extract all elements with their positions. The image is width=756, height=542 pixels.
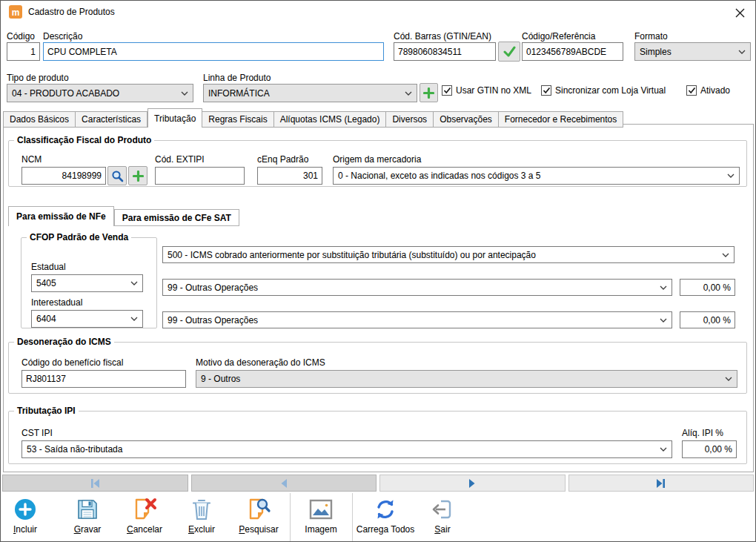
next-record-button[interactable]	[379, 475, 566, 492]
close-icon	[735, 8, 745, 18]
chevron-down-icon	[130, 281, 138, 285]
tab-regras-fiscais[interactable]: Regras Fiscais	[202, 111, 273, 128]
imagem-button[interactable]: Imagem	[299, 495, 343, 535]
tab-dados-basicos[interactable]: Dados Básicos	[3, 111, 76, 128]
cancel-document-icon	[132, 498, 157, 521]
tab-emissao-nfe[interactable]: Para emissão de NFe	[8, 206, 114, 226]
gravar-button[interactable]: Gravar	[64, 495, 110, 535]
cadastro-produtos-window: m Cadastro de Produtos Código Descrição …	[0, 0, 756, 542]
chevron-down-icon	[725, 377, 732, 381]
cancelar-label-key: C	[127, 524, 133, 535]
usar-gtin-checkbox[interactable]: Usar GTIN no XML	[442, 85, 531, 96]
linha-produto-label: Linha de Produto	[203, 73, 271, 83]
chevron-down-icon	[660, 318, 667, 323]
check-icon	[503, 46, 516, 57]
aliq-pis-field[interactable]	[680, 279, 735, 296]
checkbox-checked-icon	[442, 85, 452, 96]
ncm-field[interactable]	[21, 167, 106, 185]
aliq-ipi-field[interactable]	[682, 440, 737, 458]
cenq-label: cEnq Padrão	[257, 154, 308, 165]
pesquisar-label: esquisar	[245, 524, 278, 535]
linha-produto-select[interactable]: INFORMÁTICA	[203, 84, 417, 102]
cfop-legend: CFOP Padrão de Venda	[27, 232, 131, 242]
pesquisar-button[interactable]: Pesquisar	[233, 495, 284, 535]
ativado-checkbox[interactable]: Ativado	[686, 85, 730, 96]
extipi-field[interactable]	[155, 167, 245, 185]
origem-label: Origem da mercadoria	[333, 154, 421, 165]
tab-aliquotas-icms-legado[interactable]: Alíquotas ICMS (Legado)	[274, 111, 387, 128]
classificacao-fiscal-group: Classificação Fiscal do Produto NCM Cód.…	[8, 135, 747, 187]
tab-diversos[interactable]: Diversos	[386, 111, 434, 128]
cod-barras-field[interactable]	[394, 42, 496, 61]
imagem-label: Imagem	[305, 524, 336, 535]
validate-barcode-button[interactable]	[498, 42, 520, 62]
linha-produto-value: INFORMÁTICA	[208, 88, 270, 99]
tab-emissao-cfe-sat[interactable]: Para emissão de CFe SAT	[114, 209, 239, 226]
descricao-field[interactable]	[43, 42, 384, 61]
ativado-label: Ativado	[700, 85, 730, 96]
add-linha-produto-button[interactable]	[420, 83, 438, 102]
sincronizar-loja-checkbox[interactable]: Sincronizar com Loja Virtual	[541, 85, 666, 96]
close-button[interactable]	[732, 5, 748, 20]
first-record-button[interactable]	[2, 475, 188, 492]
trash-icon	[190, 498, 213, 521]
ncm-search-button[interactable]	[107, 166, 127, 185]
cfop-group: CFOP Padrão de Venda Estadual 5405 Inter…	[21, 232, 157, 328]
referencia-field[interactable]	[522, 42, 623, 61]
tipo-produto-select[interactable]: 04 - PRODUTO ACABADO	[7, 84, 193, 102]
cst-pis-select[interactable]: 99 - Outras Operações	[162, 279, 672, 296]
cfop-estadual-value: 5405	[36, 278, 56, 288]
excluir-label: xcluir	[194, 524, 215, 535]
cst-select[interactable]: 500 - ICMS cobrado anteriormente por sub…	[162, 246, 735, 263]
cfop-interestadual-select[interactable]: 6404	[31, 310, 143, 328]
carrega-todos-button[interactable]: Carrega Todos	[355, 495, 416, 535]
checkbox-checked-icon	[686, 85, 697, 96]
title-bar: m Cadastro de Produtos	[1, 1, 755, 23]
tab-caracteristicas[interactable]: Características	[76, 111, 147, 128]
formato-label: Formato	[634, 31, 668, 42]
codigo-field[interactable]	[7, 42, 40, 61]
tipo-produto-label: Tipo de produto	[7, 73, 69, 83]
incluir-label: ncluir	[16, 524, 37, 535]
ncm-add-button[interactable]	[128, 166, 147, 185]
image-icon	[309, 499, 333, 520]
cst-cofins-select[interactable]: 99 - Outras Operações	[162, 311, 672, 328]
tributacao-ipi-group: Tributação IPI CST IPI 53 - Saída não-tr…	[8, 406, 747, 464]
tab-fornecedor-recebimentos[interactable]: Fornecedor e Recebimentos	[499, 111, 623, 128]
cfop-estadual-select[interactable]: 5405	[31, 274, 143, 292]
main-tab-strip: Dados Básicos Características Tributação…	[3, 108, 623, 128]
ncm-label: NCM	[21, 154, 42, 165]
desoneracao-group: Desoneração do ICMS Código do benefício …	[8, 337, 747, 394]
origem-select[interactable]: 0 - Nacional, exceto as indicadas nos có…	[333, 167, 740, 185]
tab-observacoes[interactable]: Observações	[434, 111, 499, 128]
excluir-label-key: E	[188, 524, 194, 535]
cst-ipi-label: CST IPI	[21, 428, 53, 438]
last-record-button[interactable]	[568, 475, 755, 492]
cst-ipi-select[interactable]: 53 - Saída não-tributada	[21, 440, 672, 458]
aliq-cofins-field[interactable]	[680, 311, 735, 328]
excluir-button[interactable]: Excluir	[179, 495, 224, 535]
chevron-down-icon	[722, 253, 729, 257]
last-record-icon	[656, 479, 666, 488]
svg-text:m: m	[12, 7, 20, 18]
chevron-down-icon	[181, 91, 188, 96]
cancelar-label: ancelar	[133, 524, 162, 535]
gravar-label-key: G	[74, 524, 81, 535]
beneficio-fiscal-field[interactable]	[21, 370, 186, 388]
motivo-desoneracao-select[interactable]: 9 - Outros	[196, 370, 737, 388]
cod-barras-label: Cód. Barras (GTIN/EAN)	[394, 31, 491, 42]
cenq-field[interactable]	[257, 167, 322, 185]
cst-pis-value: 99 - Outras Operações	[168, 282, 258, 293]
cst-value: 500 - ICMS cobrado anteriormente por sub…	[168, 250, 536, 260]
window-title: Cadastro de Produtos	[28, 7, 115, 17]
motivo-desoneracao-label: Motivo da desoneração do ICMS	[196, 357, 325, 368]
sair-button[interactable]: Sair	[426, 495, 459, 535]
refresh-icon	[374, 498, 397, 521]
incluir-button[interactable]: Incluir	[3, 495, 47, 535]
prior-record-button[interactable]	[191, 475, 377, 492]
exit-icon	[431, 498, 454, 521]
tab-tributacao[interactable]: Tributação	[147, 108, 202, 128]
formato-select[interactable]: Simples	[634, 42, 751, 61]
cancelar-button[interactable]: Cancelar	[119, 495, 170, 535]
tributacao-ipi-legend: Tributação IPI	[14, 406, 79, 416]
